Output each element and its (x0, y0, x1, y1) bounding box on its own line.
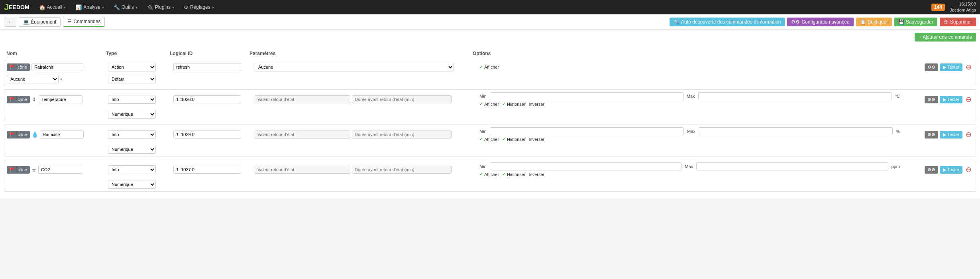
back-button[interactable]: ← (4, 17, 16, 27)
col-options: Options (473, 51, 902, 56)
nav-accueil-label: Accueil (47, 4, 63, 10)
tester-button-1[interactable]: ▶ Tester (940, 63, 962, 71)
cmd-logical-cell-4 (173, 166, 253, 174)
play-icon: ▶ (943, 65, 946, 69)
play-icon-3: ▶ (943, 132, 946, 137)
cmd-type-select-4[interactable]: Info Action (108, 165, 156, 174)
cmd-type-select-2[interactable]: Info Action (108, 95, 156, 104)
nav-reglages[interactable]: ⚙ Réglages ▾ (180, 3, 218, 12)
cmd-row-bottom-2: Numérique Binaire Autre (4, 109, 976, 121)
remove-button-4[interactable]: ⊖ (964, 165, 973, 174)
advanced-config-button[interactable]: ⚙⚙ Configuration avancée (787, 18, 853, 26)
remove-button-3[interactable]: ⊖ (964, 130, 973, 139)
icon-button-1[interactable]: 🚩 Icône (7, 63, 30, 71)
cmd-subtype-cell-1: Défaut Curseur Message Couleur (108, 75, 172, 83)
cmd-logical-input-3[interactable] (173, 131, 241, 139)
cmd-logical-input-4[interactable] (173, 166, 241, 174)
navbar: J EEDOM 🏠 Accueil ▾ 📊 Analyse ▾ 🔧 Outils… (0, 0, 980, 14)
cmd-logical-input-1[interactable] (173, 63, 241, 71)
cmd-param-select-1[interactable]: Aucune (255, 63, 454, 71)
notification-badge[interactable]: 144 (931, 4, 945, 11)
cmd-subtype-select-4[interactable]: Numérique Binaire Autre (108, 180, 156, 189)
hist-check-3[interactable]: ✔ Historiser (502, 137, 525, 142)
gear-button-2[interactable]: ⚙⚙ (925, 96, 938, 103)
cmd-name-input-2[interactable] (39, 95, 82, 103)
cmd-param-duree-4[interactable] (352, 166, 452, 174)
cmd-param-cell-3 (255, 131, 478, 139)
cmd-param-valeur-2[interactable] (255, 95, 350, 103)
cmd-name-input-3[interactable] (40, 131, 84, 139)
inv-check-3[interactable]: Inverser (529, 137, 545, 142)
home-icon: 🏠 (39, 4, 45, 10)
nav-reglages-label: Réglages (190, 4, 210, 10)
min-input-3[interactable] (490, 127, 684, 135)
nav-plugins[interactable]: 🔌 Plugins ▾ (143, 3, 178, 12)
inv-check-4[interactable]: Inverser (529, 172, 545, 177)
cmd-name-input-1[interactable] (31, 63, 83, 71)
show-check-4[interactable]: ✔ Afficher (479, 172, 499, 177)
delete-label: Supprimer (950, 19, 972, 25)
advanced-config-label: Configuration avancée (801, 19, 849, 25)
icon-button-3[interactable]: 🚩 Icône (7, 131, 30, 139)
cmd-options-1: ✔ Afficher (479, 65, 900, 70)
min-label-2: Min (479, 94, 487, 99)
icon-button-2[interactable]: 🚩 Icône (7, 96, 30, 103)
equipment-tab-button[interactable]: 💻 Équipement (19, 17, 61, 27)
cmd-param-valeur-3[interactable] (255, 131, 350, 139)
cmd-row-top-3: 🚩 Icône 💧 Info Action (4, 125, 976, 144)
remove-button-1[interactable]: ⊖ (964, 63, 973, 71)
col-parametres: Paramètres (249, 51, 473, 56)
cmd-options-4: Min Max ppm ✔ Afficher ✔ Historiser (479, 162, 900, 177)
gear-button-4[interactable]: ⚙⚙ (925, 166, 938, 174)
cmd-logical-cell-3 (173, 131, 253, 139)
auto-discovery-button[interactable]: 🔍 Auto découverte des commandes d'inform… (670, 18, 785, 26)
cmd-param-valeur-4[interactable] (255, 166, 350, 174)
nav-accueil[interactable]: 🏠 Accueil ▾ (35, 3, 70, 12)
tester-button-4[interactable]: ▶ Tester (940, 166, 962, 174)
icon-label-2: Icône (16, 97, 27, 102)
cmd-type-select-3[interactable]: Info Action (108, 130, 156, 139)
show-check-3[interactable]: ✔ Afficher (479, 137, 499, 142)
cmd-subtype-select-1[interactable]: Défaut Curseur Message Couleur (108, 75, 156, 83)
add-command-button[interactable]: + Ajouter une commande (915, 33, 976, 42)
outils-chevron-icon: ▾ (136, 5, 137, 10)
save-button[interactable]: 💾 Sauvegarder (894, 18, 937, 26)
max-input-2[interactable] (698, 92, 892, 100)
cmd-param-duree-3[interactable] (352, 131, 452, 139)
min-input-4[interactable] (490, 162, 682, 170)
save-label: Sauvegarder (906, 19, 933, 25)
tester-button-2[interactable]: ▶ Tester (940, 96, 962, 103)
gear-button-3[interactable]: ⚙⚙ (925, 131, 938, 139)
min-label-3: Min (479, 129, 487, 134)
temp-icon: 🌡 (31, 96, 37, 103)
cmd-subtype-select-2[interactable]: Numérique Binaire Autre (108, 110, 156, 119)
unit-2: °C (895, 94, 900, 99)
cmd-name-input-4[interactable] (38, 166, 82, 174)
commands-icon: ☰ (67, 19, 72, 24)
brand-j: J (4, 2, 9, 12)
duplicate-button[interactable]: 📋 Dupliquer (856, 18, 892, 26)
remove-button-2[interactable]: ⊖ (964, 95, 973, 104)
nav-outils[interactable]: 🔧 Outils ▾ (110, 3, 141, 12)
tester-button-3[interactable]: ▶ Tester (940, 131, 962, 139)
cmd-param-duree-2[interactable] (352, 95, 452, 103)
show-check-2[interactable]: ✔ Afficher (479, 101, 499, 107)
gear-button-1[interactable]: ⚙⚙ (925, 63, 938, 71)
cmd-logical-input-2[interactable] (173, 95, 241, 103)
tools-icon: 🔧 (114, 4, 120, 10)
show-check-1[interactable]: ✔ Afficher (479, 65, 499, 70)
max-input-3[interactable] (699, 127, 893, 135)
commands-tab-button[interactable]: ☰ Commandes (63, 17, 105, 27)
cmd-logical-cell-1 (173, 63, 253, 71)
cmd-type-select-1[interactable]: Action Info (108, 63, 156, 71)
max-input-4[interactable] (696, 162, 888, 170)
cmd-sub-select-1[interactable]: Aucune (7, 75, 59, 83)
icon-button-4[interactable]: 🚩 Icône (7, 166, 30, 174)
min-input-2[interactable] (490, 92, 683, 100)
hist-check-2[interactable]: ✔ Historiser (502, 101, 525, 107)
cmd-subtype-select-3[interactable]: Numérique Binaire Autre (108, 145, 156, 154)
hist-check-4[interactable]: ✔ Historiser (502, 172, 525, 177)
nav-analyse[interactable]: 📊 Analyse ▾ (71, 3, 108, 12)
inv-check-2[interactable]: Inverser (529, 102, 545, 107)
delete-button[interactable]: 🗑 Supprimer (940, 18, 976, 26)
